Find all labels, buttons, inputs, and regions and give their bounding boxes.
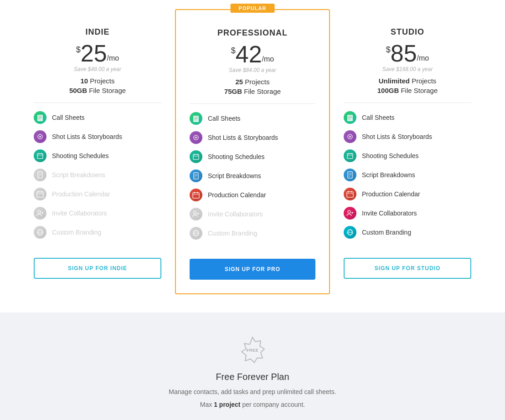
price-save-indie: Save $48.00 a year — [74, 66, 121, 72]
feature-list-indie: Call Sheets Shot Lists & Storyboards Sho… — [34, 111, 161, 245]
feature-label: Production Calendar — [362, 190, 420, 198]
feature-label: Shooting Schedules — [362, 152, 419, 159]
script-breakdowns-icon — [344, 169, 356, 181]
script-breakdowns-icon — [190, 169, 202, 182]
shooting-schedules-icon — [190, 150, 202, 163]
plan-divider-indie — [34, 102, 161, 103]
plan-storage-indie: 50GB File Storage — [69, 87, 126, 94]
feature-script-breakdowns: Script Breakdowns — [34, 169, 161, 181]
free-max-suffix: per company account. — [241, 401, 305, 408]
svg-rect-38 — [193, 193, 199, 198]
price-period: /mo — [262, 55, 274, 63]
price-period: /mo — [417, 54, 429, 62]
svg-rect-6 — [37, 154, 43, 159]
shot-lists-icon — [344, 130, 356, 143]
free-section: FREE Free Forever Plan Manage contacts, … — [0, 312, 505, 420]
feature-label: Production Calendar — [52, 190, 110, 198]
call-sheets-icon — [344, 111, 356, 124]
feature-label: Call Sheets — [208, 115, 241, 122]
plan-projects-studio: Unlimited Projects — [379, 77, 437, 85]
svg-rect-0 — [37, 115, 43, 121]
svg-point-5 — [39, 136, 41, 138]
signup-studio-button[interactable]: SIGN UP FOR STUDIO — [344, 258, 471, 279]
feature-invite-collaborators: Invite Collaborators — [344, 207, 471, 220]
free-description-line2: Max 1 project per company account. — [200, 400, 305, 410]
feature-list-professional: Call Sheets Shot Lists & Storyboards Sho… — [190, 112, 315, 246]
feature-production-calendar: Production Calendar — [34, 188, 161, 200]
feature-call-sheets: Call Sheets — [190, 112, 315, 125]
svg-rect-48 — [347, 115, 353, 121]
feature-label: Shot Lists & Storyboards — [362, 133, 432, 140]
svg-point-42 — [194, 211, 196, 214]
feature-script-breakdowns: Script Breakdowns — [344, 169, 471, 181]
feature-label: Invite Collaborators — [52, 210, 107, 217]
production-calendar-icon — [34, 188, 46, 200]
svg-rect-30 — [193, 154, 199, 159]
plan-price-indie: $ 25 /mo — [76, 41, 119, 65]
production-calendar-icon — [190, 189, 202, 201]
script-breakdowns-icon — [34, 169, 46, 181]
feature-label: Shot Lists & Storyboards — [52, 133, 122, 140]
plan-price-professional: $ 42 /mo — [231, 42, 274, 66]
free-project-count: 1 project — [214, 401, 240, 408]
feature-label: Shot Lists & Storyboards — [208, 134, 278, 141]
price-amount: 85 — [391, 41, 417, 65]
feature-shot-lists: Shot Lists & Storyboards — [344, 130, 471, 143]
shooting-schedules-icon — [34, 149, 46, 162]
feature-label: Call Sheets — [362, 114, 395, 121]
feature-label: Production Calendar — [208, 191, 266, 199]
free-description-line1: Manage contacts, add tasks and prep unli… — [169, 387, 336, 397]
plan-name-studio: STUDIO — [391, 27, 424, 37]
popular-badge: POPULAR — [231, 4, 275, 13]
plan-price-studio: $ 85 /mo — [386, 41, 429, 65]
call-sheets-icon — [34, 111, 46, 124]
svg-text:FREE: FREE — [247, 348, 258, 353]
call-sheets-icon — [190, 112, 202, 125]
feature-label: Call Sheets — [52, 114, 85, 121]
feature-label: Script Breakdowns — [208, 172, 261, 179]
invite-collaborators-icon — [344, 207, 356, 220]
feature-call-sheets: Call Sheets — [34, 111, 161, 124]
custom-branding-icon — [344, 226, 356, 239]
signup-professional-button[interactable]: SIGN UP FOR PRO — [190, 259, 315, 280]
feature-call-sheets: Call Sheets — [344, 111, 471, 124]
pricing-section: INDIE $ 25 /mo Save $48.00 a year10 Proj… — [0, 0, 505, 312]
free-max-prefix: Max — [200, 401, 214, 408]
feature-invite-collaborators: Invite Collaborators — [34, 207, 161, 220]
feature-label: Shooting Schedules — [208, 153, 265, 160]
feature-list-studio: Call Sheets Shot Lists & Storyboards Sho… — [344, 111, 471, 245]
svg-rect-24 — [193, 116, 199, 122]
feature-label: Script Breakdowns — [52, 171, 105, 179]
plan-projects-indie: 10 Projects — [80, 77, 114, 85]
plan-card-professional: POPULARPROFESSIONAL $ 42 /mo Save $84.00… — [175, 9, 330, 294]
svg-point-29 — [195, 137, 197, 138]
shot-lists-icon — [34, 130, 46, 143]
plan-card-studio: STUDIO $ 85 /mo Save $168.00 a yearUnlim… — [330, 14, 485, 292]
feature-custom-branding: Custom Branding — [34, 226, 161, 239]
plan-storage-studio: 100GB File Storage — [377, 87, 438, 94]
feature-custom-branding: Custom Branding — [344, 226, 471, 239]
feature-label: Script Breakdowns — [362, 171, 415, 179]
feature-production-calendar: Production Calendar — [190, 189, 315, 201]
price-save-studio: Save $168.00 a year — [382, 66, 433, 72]
invite-collaborators-icon — [190, 208, 202, 220]
price-symbol: $ — [231, 46, 236, 56]
svg-rect-14 — [37, 192, 43, 197]
feature-label: Custom Branding — [52, 229, 101, 236]
signup-indie-button[interactable]: SIGN UP FOR INDIE — [34, 258, 161, 279]
price-amount: 25 — [81, 41, 107, 65]
feature-shooting-schedules: Shooting Schedules — [190, 150, 315, 163]
plan-name-professional: PROFESSIONAL — [217, 28, 288, 38]
svg-rect-62 — [347, 192, 353, 197]
feature-shot-lists: Shot Lists & Storyboards — [34, 130, 161, 143]
custom-branding-icon — [34, 226, 46, 239]
feature-shooting-schedules: Shooting Schedules — [34, 149, 161, 162]
feature-label: Invite Collaborators — [362, 210, 417, 217]
feature-label: Custom Branding — [362, 229, 411, 236]
price-symbol: $ — [76, 45, 81, 55]
feature-label: Shooting Schedules — [52, 152, 109, 159]
plan-card-indie: INDIE $ 25 /mo Save $48.00 a year10 Proj… — [20, 14, 175, 292]
plan-name-indie: INDIE — [85, 27, 109, 37]
invite-collaborators-icon — [34, 207, 46, 220]
feature-shooting-schedules: Shooting Schedules — [344, 149, 471, 162]
